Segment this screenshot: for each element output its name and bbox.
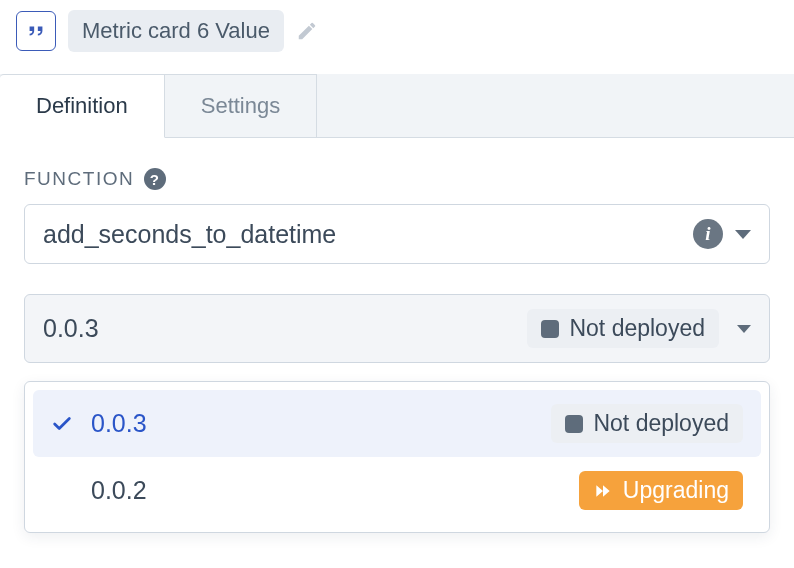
function-name: add_seconds_to_datetime (43, 220, 336, 249)
stop-icon (565, 415, 583, 433)
function-label: FUNCTION ? (24, 168, 770, 190)
tabs: Definition Settings (0, 74, 794, 138)
chevron-down-icon (737, 325, 751, 333)
status-badge: Upgrading (579, 471, 743, 510)
help-icon[interactable]: ? (144, 168, 166, 190)
tab-settings[interactable]: Settings (165, 74, 318, 137)
stop-icon (541, 320, 559, 338)
version-selected-value: 0.0.3 (43, 314, 99, 343)
fast-forward-icon (593, 481, 613, 501)
function-select[interactable]: add_seconds_to_datetime i (24, 204, 770, 264)
check-icon (51, 413, 73, 435)
status-badge-text: Upgrading (623, 477, 729, 504)
version-dropdown: 0.0.3 Not deployed 0.0.2 (24, 381, 770, 533)
quote-icon (25, 20, 47, 42)
card-title-chip[interactable]: Metric card 6 Value (68, 10, 284, 52)
version-status-badge: Not deployed (527, 309, 719, 348)
tab-definition[interactable]: Definition (0, 74, 165, 138)
version-option-label: 0.0.2 (91, 476, 147, 505)
status-badge-text: Not deployed (593, 410, 729, 437)
version-option[interactable]: 0.0.2 Upgrading (33, 457, 761, 524)
info-icon[interactable]: i (693, 219, 723, 249)
status-badge: Not deployed (551, 404, 743, 443)
version-option[interactable]: 0.0.3 Not deployed (33, 390, 761, 457)
version-option-label: 0.0.3 (91, 409, 147, 438)
version-select[interactable]: 0.0.3 Not deployed (24, 294, 770, 363)
quote-button[interactable] (16, 11, 56, 51)
chevron-down-icon (735, 230, 751, 239)
version-status-text: Not deployed (569, 315, 705, 342)
function-label-text: FUNCTION (24, 168, 134, 190)
edit-icon[interactable] (296, 20, 318, 42)
